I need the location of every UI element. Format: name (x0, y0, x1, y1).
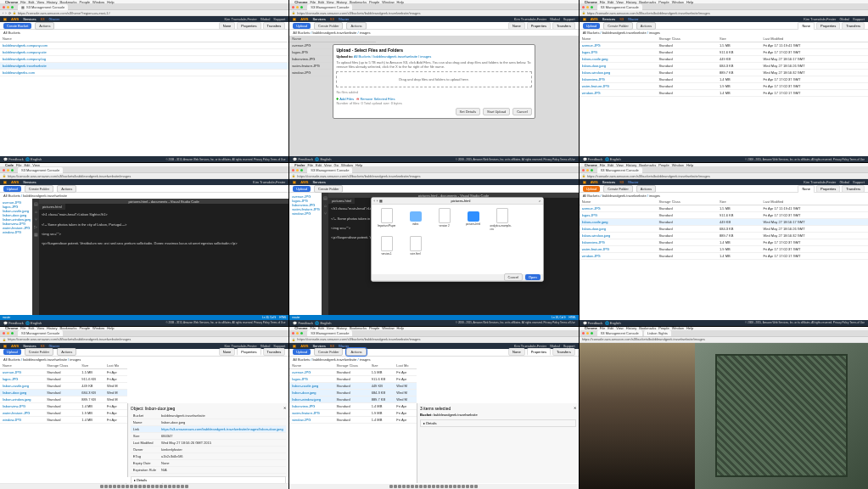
browser-tab[interactable]: ▦S3 Management Console (18, 4, 68, 10)
menu-item[interactable]: Help (107, 0, 114, 4)
vscode-window: avenue.JPG lagos.JPG lisbon-castle.jpeg … (0, 199, 288, 314)
globe-icon[interactable]: 🌐 (25, 157, 30, 161)
aws-footer: 💬 Feedback 🌐 English © 2008 - 2015, Amaz… (0, 156, 288, 162)
region-menu[interactable]: Global (260, 17, 271, 21)
table-row[interactable]: window.JPGStandard1.4 MBFri Apr 17 17:02… (580, 90, 868, 97)
debug-icon[interactable]: ▷ (34, 224, 37, 229)
aws-cube-icon[interactable]: ▣ (3, 17, 7, 21)
tab-none[interactable]: None (219, 22, 236, 30)
menu-item[interactable]: Edit (29, 0, 35, 4)
folder-item[interactable]: index (404, 208, 428, 231)
view-icon[interactable]: ▦ (379, 199, 383, 203)
panel-4-vscode-s3-split: CodeFileEditView S3 Management Console 🔒… (0, 163, 288, 325)
back-icon[interactable]: ‹ (3, 11, 3, 15)
legal-text: © 2008 - 2015, Amazon Web Services, Inc.… (166, 158, 286, 161)
dock[interactable] (289, 484, 578, 489)
back-icon[interactable]: ‹ (374, 199, 375, 203)
folder-item[interactable]: pictures-html (462, 208, 485, 231)
photo-alley (580, 343, 695, 489)
reload-icon[interactable]: ⟳ (8, 11, 11, 15)
section-details[interactable]: ▸ Details (131, 476, 287, 483)
aws-logo[interactable]: AWS (11, 17, 19, 21)
services-menu[interactable]: Services (23, 17, 36, 21)
section-details[interactable]: ▸ Details (420, 419, 576, 427)
create-bucket-button[interactable]: Create Bucket (3, 23, 31, 29)
ext-icon[interactable]: ▦ (34, 232, 38, 237)
support-menu[interactable]: Support (273, 17, 285, 21)
panel-7-object-properties: ChromeFileEditViewHistoryBookmarksPeople… (0, 327, 288, 489)
table-row[interactable]: lisbon-window.jpegStandard889.7 KBWed Ma… (580, 70, 868, 76)
panel-8-multi-select: ChromeFileEditViewHistoryBookmarksPeople… (289, 327, 578, 489)
table-row[interactable]: lisbon-castle.jpegStandard449 KBWed May … (580, 56, 868, 63)
panel-9-image-preview: ChromeFileEditViewHistoryBookmarksPeople… (580, 327, 868, 489)
open-button[interactable]: Open (525, 274, 540, 280)
bucket-link[interactable]: babbleandgeek.company.com (0, 42, 288, 49)
table-row[interactable]: avenue.JPGStandard1.5 MBFri Apr 17 11:19… (580, 42, 868, 49)
menu-item[interactable]: Window (92, 0, 104, 4)
bucket-link[interactable]: babbleandgeeks.com (0, 70, 288, 76)
properties-pane: Object: lisbon-door.jpeg ✕ Bucketbabblea… (127, 403, 289, 477)
panel-5-vscode-finder: FinderFileEditViewGoWindowHelp S3 Manage… (289, 163, 578, 325)
fwd-icon[interactable]: › (5, 11, 6, 15)
hint-text: To upload files (up to 5 TB each) to Ama… (336, 60, 531, 69)
file-item[interactable]: wire.html (404, 236, 428, 256)
bucket-link[interactable]: babbleandgeek.company.site (0, 49, 288, 56)
files-icon[interactable]: ▤ (34, 201, 38, 206)
table-row[interactable]: lisbonview.JPGStandard1.4 MBFri Apr 17 1… (580, 76, 868, 83)
file-item[interactable]: Important Paper (375, 208, 399, 231)
table-row[interactable]: lagos.JPGStandard911.6 KBFri Apr 17 17:0… (580, 49, 868, 56)
table-row[interactable]: lisbon-door.jpegStandard684.3 KBWed May … (580, 63, 868, 70)
menu-item[interactable]: History (47, 0, 57, 4)
close-icon[interactable]: ✕ (283, 406, 286, 410)
file-item[interactable]: version 2 (433, 208, 456, 231)
tab-transfers[interactable]: Transfers (263, 22, 286, 30)
col-name[interactable]: Name (0, 36, 288, 42)
table-row[interactable]: water-feature.JPGStandard1.9 MBFri Apr 1… (580, 83, 868, 90)
bucket-link[interactable]: babbleandgeek.travelwebsite (0, 63, 288, 70)
menu-item[interactable]: View (36, 0, 44, 4)
user-menu[interactable]: Kim Truesdale-Fester (225, 17, 257, 21)
app-name: Chrome (5, 0, 18, 4)
file-item[interactable]: version-1 (375, 236, 399, 256)
pane-title: Object: lisbon-door.jpeg (131, 406, 287, 411)
fwd-icon[interactable]: › (377, 199, 378, 203)
code-editor[interactable]: <h1 class="main-head">Lisbon Sights</h1>… (39, 210, 288, 314)
panel-2-upload-modal: ChromeFileEditViewHistoryBookmarksPeople… (289, 0, 578, 162)
panel-6-objects-hover: ChromeFileEditViewHistoryBookmarksPeople… (580, 163, 868, 325)
object-link[interactable]: https://s3.amazonaws.com/babbleandgeek.t… (159, 425, 286, 432)
git-icon[interactable]: ⑂ (35, 216, 37, 222)
modal-overlay: Upload - Select Files and Folders Upload… (289, 36, 578, 156)
menu-item[interactable]: File (20, 0, 25, 4)
lock-icon: 🔒 (13, 11, 16, 14)
bucket-link[interactable]: babbleandgeek.company.log (0, 56, 288, 63)
editor-tab[interactable]: pictures.html (39, 204, 65, 210)
create-folder-button[interactable]: Create Folder (314, 22, 343, 30)
close-icon[interactable]: ✕ (574, 406, 576, 410)
start-upload-button[interactable]: Start Upload (483, 108, 510, 115)
upload-button[interactable]: Upload (293, 23, 311, 29)
pin-s3[interactable]: S3 (40, 17, 44, 21)
feedback-icon[interactable]: 💬 (3, 157, 8, 161)
file-item[interactable]: analytics-example-csv (490, 208, 514, 231)
s3-sidebar: avenue.JPG lagos.JPG lisbon-castle.jpeg … (0, 199, 32, 314)
menu-item[interactable]: People (80, 0, 90, 4)
cancel-button[interactable]: Cancel (512, 108, 531, 115)
upload-modal: Upload - Select Files and Folders Upload… (333, 44, 535, 119)
tab-properties[interactable]: Properties (237, 22, 260, 30)
cancel-button[interactable]: Cancel (504, 273, 523, 281)
pin-glacier[interactable]: Glacier (48, 17, 59, 21)
search-icon[interactable]: ⌕ (35, 209, 37, 214)
right-tabs: None Properties Transfers (219, 22, 286, 30)
panel-3-objects-list: ChromeFileEditViewHistoryBookmarksPeople… (580, 0, 868, 162)
url-bar[interactable]: ‹›⟳ 🔒 https://console.aws.amazon.com/s3/… (0, 10, 288, 16)
image-preview (580, 343, 868, 489)
dock[interactable] (0, 484, 288, 489)
dropzone[interactable]: Drag and drop files and folders to uploa… (336, 71, 531, 87)
search-icon[interactable]: ⌕ (539, 199, 540, 203)
objects-table: NameStorage ClassSizeLast Modified avenu… (580, 36, 868, 97)
url-text: https://console.aws.amazon.com/s3/home?r… (18, 11, 287, 15)
set-details-button[interactable]: Set Details (456, 108, 480, 115)
menu-item[interactable]: Bookmarks (60, 0, 77, 4)
finder-window[interactable]: ‹› ▦ pictures-html ⌕ Important Paper ind… (371, 197, 544, 281)
actions-button[interactable]: Actions (35, 22, 54, 30)
